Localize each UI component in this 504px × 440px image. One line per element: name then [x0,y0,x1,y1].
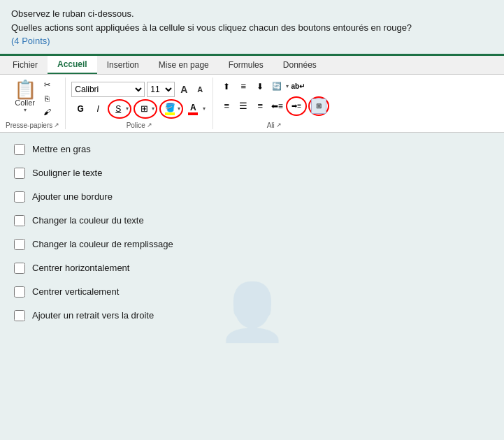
borders-dropdown[interactable]: ▾ [152,105,154,112]
align-right-button[interactable]: ≡ [252,98,268,114]
decrease-indent-icon: ⬅≡ [271,101,283,111]
checkbox-label-cb2[interactable]: Souligner le texte [32,168,102,178]
tab-donnees[interactable]: Données [273,56,326,74]
paste-label: Coller [15,98,35,107]
font-size-select[interactable]: 11 [147,82,175,97]
align-left-button[interactable]: ≡ [219,98,234,114]
checkbox-cb3[interactable] [14,191,25,203]
italic-button[interactable]: I [90,101,106,117]
increase-indent-button[interactable]: ➡≡ [289,98,304,114]
wrap-text-icon: ab↵ [291,82,305,90]
checkbox-label-cb6[interactable]: Centrer horizontalement [32,263,129,273]
align-row2: ≡ ☰ ≡ ⬅≡ [219,96,329,116]
alignement-label-text: Ali [267,122,275,129]
checkbox-label-cb3[interactable]: Ajouter une bordure [32,191,113,202]
bold-button[interactable]: G [73,101,88,117]
font-row1: Calibri 11 A A [71,82,207,97]
ribbon-container: Fichier Accueil Insertion Mise en page F… [0,54,504,133]
borders-icon: ⊞ [141,103,148,114]
merge-button[interactable]: ⊞ [311,98,326,114]
paste-dropdown-arrow: ▾ [24,107,27,113]
checkbox-label-cb1[interactable]: Mettre en gras [32,144,91,154]
checkbox-cb4[interactable] [14,215,25,226]
instruction-points: (4 Points) [11,34,493,48]
instruction-line1: Observez le ruban ci-dessous. [11,7,493,21]
increase-indent-icon: ➡≡ [291,102,301,110]
format-painter-button[interactable]: 🖌 [41,105,55,118]
underline-button[interactable]: S [110,101,126,117]
font-color-icon: A [188,103,198,115]
align-center-button[interactable]: ☰ [236,98,251,114]
font-row2: G I S ▾ ⊞ [73,99,206,119]
group-label-alignement: Ali ↗ [267,122,282,129]
fill-bucket-icon: 🪣 [165,103,175,112]
tab-insertion[interactable]: Insertion [97,56,149,74]
checkbox-item-7: Centrer verticalement [14,286,490,298]
checkbox-list: Mettre en grasSouligner le texteAjouter … [0,133,504,332]
group-police: Calibri 11 A A G I [66,78,213,129]
checkbox-cb7[interactable] [14,286,25,298]
ribbon-tab-bar: Fichier Accueil Insertion Mise en page F… [0,56,504,75]
police-expand-icon[interactable]: ↗ [147,122,152,129]
checkbox-label-cb5[interactable]: Changer la couleur de remplissage [32,239,173,249]
align-row1: ⬆ ≡ ⬇ 🔄 ▾ [219,79,329,94]
tab-fichier[interactable]: Fichier [3,56,48,74]
tab-formules[interactable]: Formules [219,56,273,74]
merge-icon: ⊞ [316,102,322,110]
copy-button[interactable]: ⎘ [41,92,55,105]
wrap-text-button[interactable]: ab↵ [290,79,305,94]
presse-papiers-expand-icon[interactable]: ↗ [54,122,59,129]
paste-button[interactable]: 📋 Coller ▾ [11,79,39,118]
align-left-icon: ≡ [224,101,229,111]
align-center-icon: ☰ [239,101,247,111]
decrease-font-button[interactable]: A [193,82,207,97]
alignement-expand-icon[interactable]: ↗ [276,122,282,129]
checkbox-item-3: Ajouter une bordure [14,191,490,203]
checkbox-label-cb7[interactable]: Centrer verticalement [32,286,119,297]
borders-highlight: ⊞ ▾ [134,99,157,119]
align-middle-button[interactable]: ≡ [236,79,251,94]
borders-button[interactable]: ⊞ [136,101,152,117]
group-presse-papiers: 📋 Coller ▾ ✂ ⎘ 🖌 Presse-papiers ↗ [0,78,66,129]
underline-dropdown[interactable]: ▾ [126,105,129,112]
increase-font-button[interactable]: A [177,82,191,97]
font-color-letter: A [190,103,196,112]
font-color-dropdown[interactable]: ▾ [203,105,206,112]
paste-icon: 📋 [14,80,36,98]
checkbox-cb6[interactable] [14,263,25,274]
checkbox-label-cb4[interactable]: Changer la couleur du texte [32,215,144,226]
font-controls: Calibri 11 A A G I [71,82,207,119]
checkbox-item-6: Centrer horizontalement [14,263,490,274]
checkbox-cb1[interactable] [14,144,25,155]
checkbox-cb8[interactable] [14,310,25,321]
font-name-select[interactable]: Calibri [71,82,145,97]
orientation-dropdown[interactable]: ▾ [286,83,289,89]
fill-dropdown[interactable]: ▾ [178,105,180,112]
cut-button[interactable]: ✂ [41,79,55,91]
paste-side-buttons: ✂ ⎘ 🖌 [41,79,55,118]
decrease-indent-button[interactable]: ⬅≡ [269,98,285,114]
checkbox-label-cb8[interactable]: Ajouter un retrait vers la droite [32,310,154,321]
alignment-group-content: ⬆ ≡ ⬇ 🔄 ▾ [219,79,329,122]
presse-papiers-label-text: Presse-papiers [6,122,52,129]
align-bottom-button[interactable]: ⬇ [252,79,268,94]
checkbox-cb2[interactable] [14,168,25,179]
align-middle-icon: ≡ [240,81,246,91]
tab-mise-en-page[interactable]: Mise en page [149,56,219,74]
group-alignement: ⬆ ≡ ⬇ 🔄 ▾ [213,78,335,129]
orientation-button[interactable]: 🔄 [269,79,285,94]
paste-group-content: 📋 Coller ▾ ✂ ⎘ 🖌 [11,79,55,122]
checkbox-item-2: Souligner le texte [14,168,490,179]
align-right-icon: ≡ [257,101,263,111]
checkbox-item-4: Changer la couleur du texte [14,215,490,226]
align-bottom-icon: ⬇ [257,82,264,91]
checkbox-cb5[interactable] [14,239,25,250]
fill-color-button[interactable]: 🪣 [162,101,178,117]
align-top-button[interactable]: ⬆ [219,79,234,94]
checkbox-item-1: Mettre en gras [14,144,490,155]
ribbon-body: 📋 Coller ▾ ✂ ⎘ 🖌 Presse-papiers ↗ [0,75,504,132]
increase-indent-highlight: ➡≡ [286,96,307,116]
tab-accueil[interactable]: Accueil [48,56,97,74]
group-label-police: Police ↗ [127,122,152,129]
font-color-button[interactable]: A [185,101,201,117]
